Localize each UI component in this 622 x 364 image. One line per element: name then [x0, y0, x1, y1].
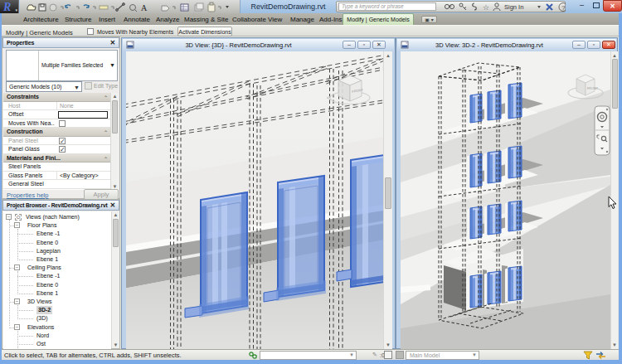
svg-text:Sign In: Sign In: [504, 3, 523, 11]
svg-text:A: A: [141, 3, 148, 12]
svg-text:FRONT: FRONT: [587, 87, 599, 90]
svg-text:?: ?: [561, 4, 566, 12]
svg-text:☆: ☆: [483, 3, 489, 12]
